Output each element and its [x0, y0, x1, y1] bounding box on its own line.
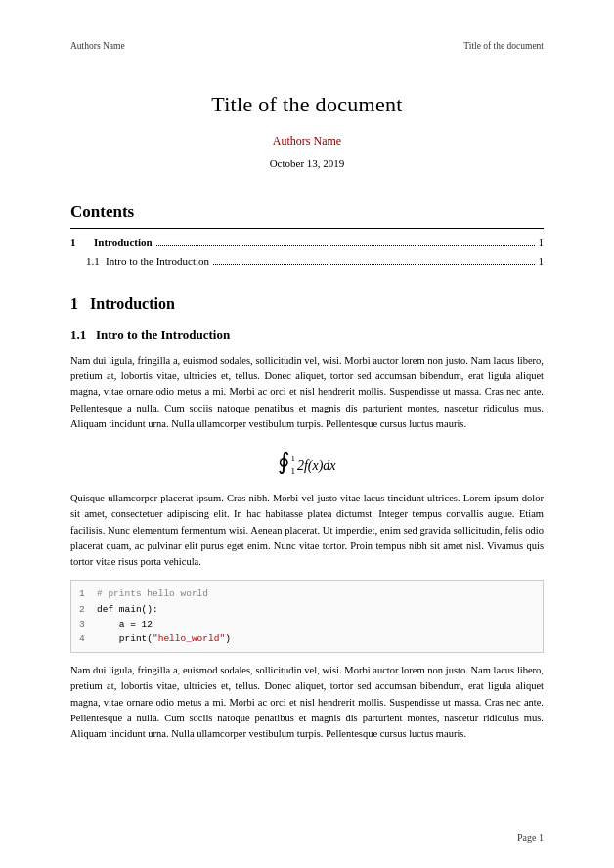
author-name: Authors Name — [70, 132, 544, 150]
upper-limit: 1 — [290, 453, 295, 466]
header-left: Authors Name — [70, 39, 125, 53]
title-section: Title of the document Authors Name Octob… — [70, 88, 544, 172]
toc-dots-1 — [156, 245, 535, 246]
line-number-3: 3 — [79, 617, 97, 631]
line-number-1: 1 — [79, 586, 97, 601]
document-page: Authors Name Title of the document Title… — [0, 0, 614, 868]
page-footer: Page 1 — [517, 830, 544, 845]
contents-heading: Contents — [70, 199, 544, 230]
document-title: Title of the document — [70, 88, 544, 120]
code-line-1: 1 # prints hello world — [79, 586, 535, 601]
page-number: Page 1 — [517, 832, 544, 843]
body-text-3: Nam dui ligula, fringilla a, euismod sod… — [70, 663, 544, 742]
code-line-2: 2 def main(): — [79, 602, 535, 617]
code-line-4: 4 print("hello_world") — [79, 631, 535, 646]
section-1-number: 1 — [70, 295, 90, 312]
code-content-3: a = 12 — [97, 617, 153, 631]
toc-dots-1-1 — [213, 264, 534, 265]
toc-number-1: 1 — [70, 235, 94, 251]
toc-sub-number-1-1: 1.1 — [70, 253, 106, 270]
code-line-3: 3 a = 12 — [79, 617, 535, 631]
line-number-2: 2 — [79, 602, 97, 617]
toc-sub-label-1-1: Intro to the Introduction — [106, 253, 209, 270]
code-content-4: print("hello_world") — [97, 631, 231, 646]
line-number-4: 4 — [79, 631, 97, 646]
section-1-title: 1 Introduction — [70, 292, 544, 316]
document-date: October 13, 2019 — [70, 155, 544, 172]
toc-page-1: 1 — [539, 235, 545, 251]
math-block: ∮112f(x)dx — [70, 444, 544, 479]
math-expression: 2f(x)dx — [297, 458, 336, 473]
body-text-1: Nam dui ligula, fringilla a, euismod sod… — [70, 353, 544, 432]
page-header: Authors Name Title of the document — [70, 39, 544, 53]
subsection-1-1-number: 1.1 — [70, 327, 96, 342]
code-block: 1 # prints hello world 2 def main(): 3 a… — [70, 580, 544, 653]
contents-section: Contents 1 Introduction 1 1.1 Intro to t… — [70, 199, 544, 270]
toc-item-1: 1 Introduction 1 — [70, 235, 544, 251]
math-limits: 11 — [290, 453, 295, 479]
integral-symbol: ∮ — [278, 449, 290, 474]
code-content-2: def main(): — [97, 602, 158, 617]
header-right: Title of the document — [463, 39, 544, 53]
lower-limit: 1 — [290, 465, 295, 479]
toc-label-1: Introduction — [94, 235, 153, 251]
code-content-1: # prints hello world — [97, 586, 208, 601]
code-string: "hello_world" — [153, 633, 225, 644]
subsection-1-1-title: 1.1 Intro to the Introduction — [70, 326, 544, 345]
toc-sub-page-1-1: 1 — [539, 253, 545, 270]
toc-item-1-1: 1.1 Intro to the Introduction 1 — [70, 253, 544, 270]
body-text-2: Quisque ullamcorper placerat ipsum. Cras… — [70, 491, 544, 570]
